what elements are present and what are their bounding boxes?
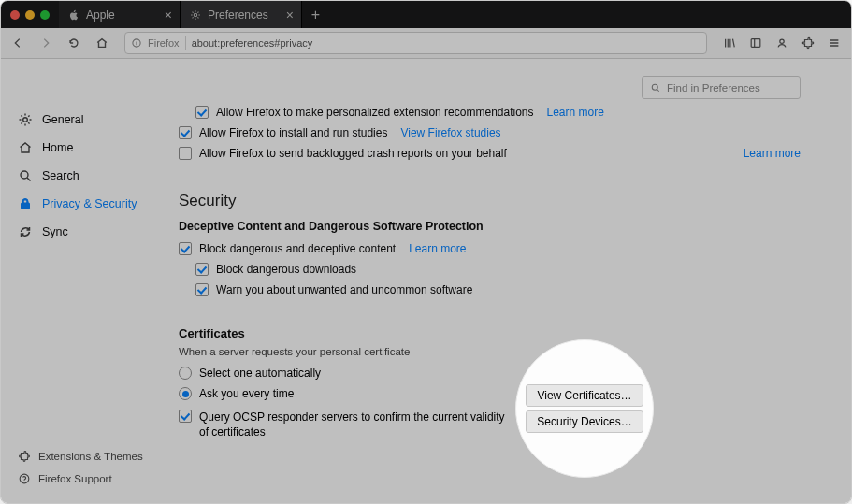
extensions-link[interactable]: Extensions & Themes	[18, 445, 162, 468]
radio-label: Select one automatically	[199, 367, 321, 380]
search-placeholder: Find in Preferences	[667, 82, 760, 94]
footer-label: Extensions & Themes	[38, 451, 143, 462]
learn-more-link[interactable]: Learn more	[547, 106, 604, 119]
pref-block-downloads: Block dangerous downloads	[179, 259, 801, 280]
radio-label: Ask you every time	[199, 387, 294, 400]
home-icon	[18, 140, 33, 155]
pref-warn-uncommon: Warn you about unwanted and uncommon sof…	[179, 280, 801, 300]
pref-label: Block dangerous and deceptive content	[199, 242, 396, 255]
view-certificates-button[interactable]: View Certificates…	[526, 384, 643, 407]
sidebar-item-label: Search	[42, 169, 79, 182]
home-button[interactable]	[91, 32, 113, 54]
pref-label: Allow Firefox to install and run studies	[199, 126, 387, 139]
pref-label: Warn you about unwanted and uncommon sof…	[216, 283, 472, 296]
pref-recommendations: Allow Firefox to make personalized exten…	[179, 102, 801, 122]
checkbox[interactable]	[179, 242, 192, 255]
security-devices-button[interactable]: Security Devices…	[526, 410, 643, 433]
content-area: General Home Search Privacy & Security S…	[1, 59, 851, 503]
footer-label: Firefox Support	[38, 473, 112, 484]
sidebar-item-label: General	[42, 113, 83, 126]
info-icon	[131, 37, 142, 49]
tab-apple[interactable]: Apple ×	[59, 1, 181, 28]
svg-point-0	[194, 13, 196, 16]
cert-radio-ask[interactable]: Ask you every time	[179, 383, 508, 404]
identity-label: Firefox	[148, 37, 180, 49]
close-tab-icon[interactable]: ×	[165, 8, 172, 22]
pref-label: Query OCSP responder servers to confirm …	[199, 410, 508, 439]
browser-window: Apple × Preferences × + Firefox	[0, 0, 852, 504]
library-button[interactable]	[718, 32, 741, 54]
svg-point-7	[652, 84, 657, 90]
checkbox[interactable]	[195, 263, 209, 276]
tab-label: Preferences	[208, 8, 268, 22]
radio[interactable]	[179, 367, 192, 380]
extensions-button[interactable]	[797, 32, 819, 54]
cert-radio-auto[interactable]: Select one automatically	[179, 363, 508, 383]
apple-icon	[68, 9, 79, 21]
checkbox[interactable]	[179, 410, 192, 423]
main-panel: Find in Preferences Allow Firefox to mak…	[162, 59, 851, 503]
sidebar-button[interactable]	[744, 32, 767, 54]
menu-button[interactable]	[823, 32, 845, 54]
tab-label: Apple	[86, 8, 115, 22]
tab-preferences[interactable]: Preferences ×	[181, 1, 302, 28]
puzzle-icon	[18, 450, 31, 463]
pref-label: Allow Firefox to make personalized exten…	[216, 106, 534, 119]
divider	[185, 36, 186, 50]
tab-strip: Apple × Preferences × +	[1, 1, 851, 28]
security-heading: Security	[179, 192, 801, 210]
new-tab-button[interactable]: +	[302, 1, 329, 28]
window-controls	[1, 10, 59, 20]
help-icon	[18, 472, 31, 485]
pref-ocsp: Query OCSP responder servers to confirm …	[179, 404, 508, 445]
checkbox[interactable]	[195, 106, 209, 119]
sync-icon	[18, 224, 33, 239]
reload-button[interactable]	[63, 32, 85, 54]
search-icon	[650, 82, 661, 94]
url-bar[interactable]: Firefox about:preferences#privacy	[124, 32, 707, 54]
certificates-heading: Certificates	[179, 326, 801, 340]
checkbox[interactable]	[179, 126, 192, 139]
pref-label: Block dangerous downloads	[216, 263, 356, 276]
preferences-sidebar: General Home Search Privacy & Security S…	[1, 59, 162, 503]
sidebar-item-label: Home	[42, 141, 73, 154]
pref-block-deceptive: Block dangerous and deceptive content Le…	[179, 238, 801, 259]
pref-studies: Allow Firefox to install and run studies…	[179, 122, 801, 143]
learn-more-link[interactable]: Learn more	[706, 147, 801, 160]
lock-icon	[18, 196, 33, 211]
gear-icon	[190, 9, 201, 21]
account-button[interactable]	[771, 32, 793, 54]
sidebar-item-home[interactable]: Home	[1, 134, 162, 162]
back-button[interactable]	[7, 32, 29, 54]
close-tab-icon[interactable]: ×	[286, 8, 294, 22]
radio[interactable]	[179, 387, 192, 400]
gear-icon	[18, 112, 33, 127]
minimize-window-icon[interactable]	[25, 10, 35, 20]
checkbox[interactable]	[195, 283, 209, 296]
sidebar-item-search[interactable]: Search	[1, 162, 162, 190]
sidebar-item-label: Privacy & Security	[42, 197, 137, 210]
sidebar-item-privacy[interactable]: Privacy & Security	[1, 190, 162, 218]
sidebar-item-label: Sync	[42, 225, 68, 238]
find-preferences-search[interactable]: Find in Preferences	[642, 76, 801, 99]
deceptive-subheading: Deceptive Content and Dangerous Software…	[179, 220, 801, 233]
close-window-icon[interactable]	[10, 10, 20, 20]
url-text: about:preferences#privacy	[192, 37, 313, 49]
certificates-desc: When a server requests your personal cer…	[179, 346, 801, 357]
svg-rect-2	[751, 39, 760, 48]
spotlight-highlight: View Certificates… Security Devices…	[515, 339, 654, 478]
checkbox[interactable]	[179, 147, 192, 160]
view-studies-link[interactable]: View Firefox studies	[400, 126, 500, 139]
sidebar-item-sync[interactable]: Sync	[1, 218, 162, 246]
sidebar-item-general[interactable]: General	[1, 106, 162, 134]
sidebar-footer: Extensions & Themes Firefox Support	[1, 445, 162, 490]
learn-more-link[interactable]: Learn more	[409, 242, 466, 255]
zoom-window-icon[interactable]	[40, 10, 50, 20]
svg-point-5	[21, 171, 28, 179]
support-link[interactable]: Firefox Support	[18, 468, 162, 490]
pref-label: Allow Firefox to send backlogged crash r…	[199, 147, 507, 160]
search-icon	[18, 168, 33, 183]
pref-crash-reports: Allow Firefox to send backlogged crash r…	[179, 143, 801, 164]
forward-button[interactable]	[35, 32, 57, 54]
svg-point-4	[23, 118, 28, 122]
